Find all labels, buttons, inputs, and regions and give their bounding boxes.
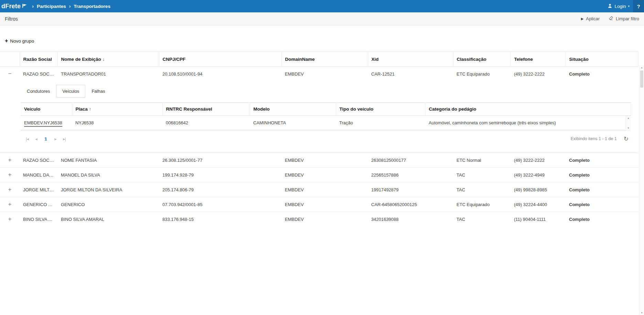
cell-xid: 34201639088 [368,212,453,227]
transporters-grid: Razão Social Nome de Exibição↓ CNPJ/CPF … [0,52,644,227]
cell-xid: 19917492879 [368,182,453,197]
column-header-situacao[interactable]: Situação [566,52,638,67]
breadcrumb-transportadores[interactable]: Transportadores [74,4,110,9]
cell-nome-exibicao: GENERICO [57,197,159,212]
column-header-modelo[interactable]: Modelo [250,102,336,115]
app-logo-text: dFrete [1,3,21,10]
pager-first-button[interactable]: |◂ [23,134,32,143]
cell-domainname: EMBDEV [281,153,368,168]
cell-razao-social: JORGE MILTON ... [20,182,57,197]
column-header-categoria-pedagio[interactable]: Categoria do pedágio [425,102,631,115]
cell-classificacao: TAC [453,168,511,182]
cell-tipo-veiculo: Tração [336,116,425,130]
expand-row-button[interactable]: + [7,171,13,178]
chevron-right-icon: › [69,3,71,9]
cell-domainname: EMBDEV [281,67,368,81]
cell-cnpj-cpf: 26.308.125/0001-77 [159,153,281,168]
pager-status: Exibindo itens 1 - 1 de 1 [571,136,617,141]
cell-razao-social: GENERICO TRAN... [20,197,57,212]
column-header-veiculo[interactable]: Veículo [21,102,72,115]
column-header-classificacao[interactable]: Classificação [453,52,511,67]
status-badge: Completo [566,197,638,212]
login-label: Login [614,4,626,9]
table-row[interactable]: + BINO SILVA AMA... BINO SILVA AMARAL 83… [0,212,638,227]
topbar-right: Login ▾ ? [604,0,644,12]
expand-row-button[interactable]: + [7,201,13,208]
pager-prev-button[interactable]: ◂ [32,134,41,143]
grid-toolbar: + Novo grupo [0,25,644,52]
scroll-down-icon[interactable]: ▼ [627,127,630,129]
column-header-telefone[interactable]: Telefone [511,52,566,67]
breadcrumb-participantes[interactable]: Participantes [37,4,66,9]
app-logo[interactable]: dFrete [1,3,27,10]
apply-filter-label: Aplicar [586,16,600,21]
tab-condutores[interactable]: Condutores [21,85,56,98]
vehicles-scrollbar[interactable]: ▲ ▼ [626,116,631,131]
cell-rntrc: 006816642 [162,116,250,130]
filters-actions: ▶ Aplicar Limpar filtro [581,16,639,22]
expand-row-button[interactable]: + [7,186,13,193]
column-header-placa[interactable]: Placa↑ [72,102,162,115]
cell-cnpj-cpf: 07.703.942/0001-85 [159,197,281,212]
user-icon [608,3,612,9]
chevron-down-icon: ▾ [628,4,630,8]
column-header-nome-exibicao[interactable]: Nome de Exibição↓ [57,52,159,67]
tab-veiculos[interactable]: Veículos [56,85,85,98]
table-row[interactable]: − RAZAO SOCIAL S... TRANSPORTADOR01 20.1… [0,67,638,81]
cell-cnpj-cpf: 205.174.806-79 [159,182,281,197]
column-header-rntrc[interactable]: RNTRC Responsável [162,102,250,115]
new-group-button[interactable]: + Novo grupo [5,38,34,44]
eraser-icon [609,16,613,22]
column-header-domainname[interactable]: DomainName [281,52,368,67]
cell-classificacao: ETC Normal [453,153,511,168]
cell-nome-exibicao: MANOEL DA SILVA [57,168,159,182]
vehicle-row[interactable]: EMBDEV.NYJ6538 NYJ6538 006816642 CAMINHO… [21,116,626,130]
cell-domainname: EMBDEV [281,168,368,182]
expand-row-button[interactable]: + [7,157,13,164]
collapse-row-button[interactable]: − [7,70,13,77]
expand-column-header [0,52,20,67]
cell-domainname: EMBDEV [281,197,368,212]
column-header-tipo-veiculo[interactable]: Tipo do veículo [336,102,425,115]
sort-asc-icon: ↑ [89,107,91,112]
cell-modelo: CAMINHONETA [250,116,336,130]
table-row[interactable]: + RAZAO SOCIAL NOME FANTASIA 26.308.125/… [0,153,638,168]
scroll-up-icon[interactable]: ▲ [627,117,630,119]
cell-telefone: (49) 3222-4949 [511,168,566,182]
cell-nome-exibicao: BINO SILVA AMARAL [57,212,159,227]
help-button[interactable]: ? [633,0,644,12]
scroll-down-icon[interactable]: ▼ [640,312,644,314]
column-header-cnpj-cpf[interactable]: CNPJ/CPF [159,52,281,67]
login-menu[interactable]: Login ▾ [604,3,633,9]
new-group-label: Novo grupo [10,38,34,44]
flag-icon [22,3,27,10]
cell-xid: CAR-64580652000125 [368,197,453,212]
expand-row-button[interactable]: + [7,216,13,223]
pager-last-button[interactable]: ▸| [60,134,69,143]
cell-domainname: EMBDEV [281,212,368,227]
tab-falhas[interactable]: Falhas [85,85,111,98]
row-detail-panel: Condutores Veículos Falhas [0,81,638,153]
page-scrollbar[interactable]: ▲ ▼ [639,65,644,315]
cell-telefone: (11) 90404-1111 [511,212,566,227]
clear-filter-button[interactable]: Limpar filtro [609,16,639,22]
column-header-xid[interactable]: Xid [368,52,453,67]
cell-cnpj-cpf: 199.174.928-79 [159,168,281,182]
refresh-icon[interactable]: ↻ [624,135,629,143]
table-row[interactable]: + MANOEL DA SILVA MANOEL DA SILVA 199.17… [0,168,638,182]
cell-cnpj-cpf: 20.108.510/0001-94 [159,67,281,81]
detail-tabs: Condutores Veículos Falhas [21,85,631,98]
apply-filter-button[interactable]: ▶ Aplicar [581,16,600,21]
filters-bar: Filtros ▶ Aplicar Limpar filtro [0,12,644,25]
column-header-razao-social[interactable]: Razão Social [20,52,57,67]
table-row[interactable]: + JORGE MILTON ... JORGE MILTON DA SILVE… [0,182,638,197]
scroll-up-icon[interactable]: ▲ [640,66,644,69]
plus-icon: + [5,38,8,44]
grid-header-row: Razão Social Nome de Exibição↓ CNPJ/CPF … [0,52,638,67]
cell-nome-exibicao: TRANSPORTADOR01 [57,67,159,81]
cell-razao-social: RAZAO SOCIAL S... [20,67,57,81]
pager-page-1[interactable]: 1 [41,136,51,142]
table-row[interactable]: + GENERICO TRAN... GENERICO 07.703.942/0… [0,197,638,212]
pager-next-button[interactable]: ▸ [51,134,60,143]
scrollbar-thumb[interactable] [640,70,643,88]
